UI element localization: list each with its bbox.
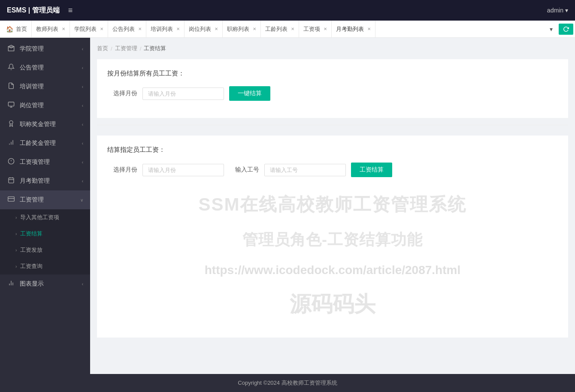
svg-point-5 [9, 121, 13, 124]
sidebar-title-bonus-arrow: ‹ [82, 122, 83, 127]
breadcrumb-home[interactable]: 首页 [97, 45, 108, 52]
tab-monthly-attendance-close[interactable]: ✕ [367, 27, 371, 31]
tab-training-list[interactable]: 培训列表 ✕ [146, 21, 185, 37]
tab-monthly-attendance[interactable]: 月考勤列表 ✕ [332, 21, 375, 37]
tab-seniority-list[interactable]: 工龄列表 ✕ [261, 21, 299, 37]
sidebar-position-arrow: ‹ [82, 103, 83, 108]
sidebar-training-arrow: ‹ [82, 84, 83, 89]
tab-college-list[interactable]: 学院列表 ✕ [70, 21, 108, 37]
batch-calc-button[interactable]: 一键结算 [229, 86, 270, 101]
section2-employee-label: 输入工号 [229, 166, 259, 174]
sidebar-item-notice[interactable]: 公告管理 ‹ [0, 58, 90, 77]
sidebar-sub-salary-calc[interactable]: › 工资结算 [0, 226, 90, 242]
tab-salary-item-close[interactable]: ✕ [324, 27, 327, 31]
breadcrumb-sep1: / [111, 45, 112, 52]
sidebar-college-label: 学院管理 [20, 45, 44, 53]
tab-notice-list[interactable]: 公告列表 ✕ [108, 21, 146, 37]
salary-mgmt-icon [7, 196, 15, 204]
sidebar-notice-label: 公告管理 [20, 64, 44, 72]
app-title: ESMS | 管理员端 [7, 6, 60, 15]
tab-teacher-list-close[interactable]: ✕ [62, 27, 65, 31]
svg-rect-16 [8, 197, 15, 202]
position-icon [7, 101, 15, 110]
tab-salary-item[interactable]: 工资项 ✕ [299, 21, 332, 37]
tab-title-list[interactable]: 职称列表 ✕ [223, 21, 261, 37]
breadcrumb-current: 工资结算 [144, 45, 166, 52]
sidebar-item-training[interactable]: 培训管理 ‹ [0, 77, 90, 96]
tab-more-button[interactable]: ▾ [545, 26, 557, 33]
chart-icon [7, 280, 15, 288]
title-bonus-icon [7, 120, 15, 129]
breadcrumb-level1[interactable]: 工资管理 [115, 45, 137, 52]
tab-seniority-list-close[interactable]: ✕ [291, 27, 294, 31]
tab-home[interactable]: 🏠 首页 [2, 21, 32, 37]
sidebar-item-college[interactable]: 学院管理 ‹ [0, 39, 90, 58]
svg-rect-1 [8, 47, 14, 51]
user-info: admin ▾ [547, 7, 568, 14]
tab-refresh-button[interactable] [559, 24, 573, 35]
section1-month-label: 选择月份 [107, 90, 137, 97]
tab-notice-list-label: 公告列表 [112, 25, 135, 33]
sidebar-item-title-bonus[interactable]: 职称奖金管理 ‹ [0, 115, 90, 134]
tab-seniority-list-label: 工龄列表 [265, 25, 288, 33]
sidebar-college-arrow: ‹ [82, 47, 83, 51]
sidebar-sub-salary-query[interactable]: › 工资查询 [0, 258, 90, 274]
sidebar-salary-mgmt-label: 工资管理 [20, 196, 44, 204]
sidebar-item-seniority-bonus[interactable]: 工龄奖金管理 ‹ [0, 134, 90, 153]
sidebar-item-chart[interactable]: 图表显示 ‹ [0, 274, 90, 293]
sidebar-sub-salary-release-label: 工资发放 [20, 246, 42, 254]
salary-item-icon [7, 158, 15, 166]
sidebar-chart-label: 图表显示 [20, 280, 44, 288]
menu-toggle-button[interactable]: ≡ [65, 4, 76, 17]
tab-monthly-attendance-label: 月考勤列表 [336, 25, 364, 33]
tab-college-list-close[interactable]: ✕ [100, 27, 103, 31]
section2-month-input[interactable] [142, 164, 224, 176]
sidebar-notice-arrow: ‹ [82, 66, 83, 70]
section2-title: 结算指定员工工资： [107, 146, 558, 154]
tab-title-list-close[interactable]: ✕ [253, 27, 256, 31]
username: admin [547, 7, 563, 14]
individual-calc-button[interactable]: 工资结算 [351, 163, 392, 177]
sidebar-salary-item-label: 工资项管理 [20, 158, 50, 166]
watermark-line2: 管理员角色-工资结算功能 [242, 229, 423, 250]
seniority-bonus-icon [7, 139, 15, 148]
watermark-area: SSM在线高校教师工资管理系统 管理员角色-工资结算功能 https://www… [107, 184, 558, 327]
college-icon [7, 45, 15, 53]
sidebar-item-attendance[interactable]: 月考勤管理 ‹ [0, 172, 90, 190]
sidebar: 教师管理 ‹ 学院管理 ‹ 公告管理 ‹ 培训管理 ‹ [0, 21, 90, 392]
tab-notice-list-close[interactable]: ✕ [138, 27, 142, 31]
sidebar-item-position[interactable]: 岗位管理 ‹ [0, 96, 90, 115]
tab-training-list-label: 培训列表 [151, 25, 173, 33]
sidebar-sub-salary-query-label: 工资查询 [20, 262, 42, 270]
batch-salary-section: 按月份结算所有员工工资： 选择月份 一键结算 [97, 59, 568, 118]
sidebar-sub-salary-release[interactable]: › 工资发放 [0, 242, 90, 258]
svg-rect-12 [9, 178, 14, 183]
sidebar-sub-menu: › 导入其他工资项 › 工资结算 › 工资发放 › 工资查询 [0, 209, 90, 274]
section2-employee-input[interactable] [264, 164, 346, 176]
tab-position-list-close[interactable]: ✕ [215, 27, 218, 31]
tab-teacher-list[interactable]: 教师列表 ✕ [32, 21, 70, 37]
sidebar-seniority-bonus-label: 工龄奖金管理 [20, 139, 56, 147]
sub-arrow-import: › [15, 215, 17, 220]
svg-rect-2 [8, 102, 14, 106]
sidebar-item-salary-item[interactable]: 工资项管理 ‹ [0, 153, 90, 172]
footer-text: Copyright ©2024 高校教师工资管理系统 [238, 380, 337, 386]
tab-bar: 🏠 首页 教师列表 ✕ 学院列表 ✕ 公告列表 ✕ 培训列表 ✕ 岗位列表 ✕ … [0, 21, 575, 38]
section-divider [97, 125, 568, 125]
section1-month-input[interactable] [142, 87, 224, 100]
attendance-icon [7, 177, 15, 185]
sidebar-item-salary-mgmt[interactable]: 工资管理 ∨ [0, 190, 90, 209]
sub-arrow-calc: › [15, 232, 17, 236]
user-dropdown-icon[interactable]: ▾ [565, 7, 568, 14]
section1-title: 按月份结算所有员工工资： [107, 69, 558, 78]
breadcrumb: 首页 / 工资管理 / 工资结算 [97, 45, 568, 52]
sidebar-attendance-arrow: ‹ [82, 179, 83, 184]
training-icon [7, 82, 15, 91]
notice-icon [7, 63, 15, 72]
tab-training-list-close[interactable]: ✕ [176, 27, 180, 31]
tab-position-list[interactable]: 岗位列表 ✕ [185, 21, 223, 37]
sidebar-sub-import[interactable]: › 导入其他工资项 [0, 209, 90, 226]
sidebar-salary-item-arrow: ‹ [82, 160, 83, 165]
section2-month-label: 选择月份 [107, 166, 137, 174]
tab-title-list-label: 职称列表 [227, 25, 249, 33]
